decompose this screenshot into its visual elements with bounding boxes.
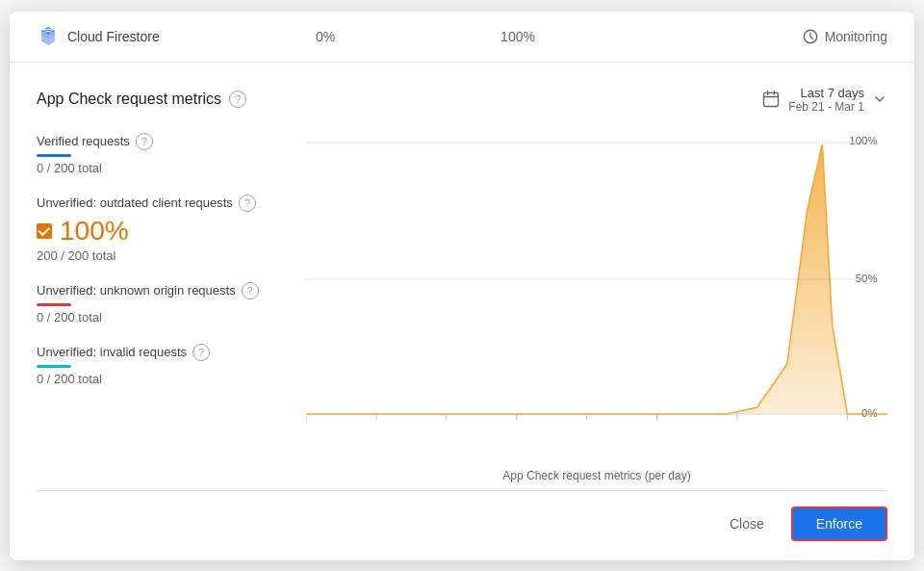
metric-invalid-label: Unverified: invalid requests ?: [37, 344, 291, 361]
svg-rect-1: [764, 92, 779, 106]
metric-verified-value: 0 / 200 total: [37, 161, 291, 175]
metric-outdated-value: 200 / 200 total: [37, 248, 291, 263]
title-help-icon[interactable]: ?: [229, 91, 246, 108]
date-range-selector[interactable]: Last 7 days Feb 21 - Mar 1: [761, 86, 887, 114]
metric-outdated-label: Unverified: outdated client requests ?: [37, 195, 291, 212]
metrics-panel: Verified requests ? 0 / 200 total Unveri…: [37, 133, 306, 490]
pct-0: 0%: [229, 29, 422, 44]
metric-verified-label: Verified requests ?: [37, 133, 291, 150]
date-range-label: Last 7 days: [788, 86, 864, 100]
monitoring: Monitoring: [614, 28, 887, 45]
calendar-icon: [761, 90, 781, 109]
monitoring-label: Monitoring: [825, 29, 887, 44]
metric-unknown: Unverified: unknown origin requests ? 0 …: [37, 282, 291, 324]
checkbox-outdated[interactable]: [37, 223, 52, 239]
metric-unknown-label: Unverified: unknown origin requests ?: [37, 282, 291, 299]
metric-unknown-value: 0 / 200 total: [37, 310, 291, 324]
metric-invalid-value: 0 / 200 total: [37, 372, 291, 386]
service-name: Cloud Firestore: [67, 29, 160, 44]
date-range-sub: Feb 21 - Mar 1: [788, 100, 864, 114]
metric-unknown-help-icon[interactable]: ?: [242, 282, 259, 299]
section-title: App Check request metrics ?: [37, 91, 246, 108]
metric-invalid: Unverified: invalid requests ? 0 / 200 t…: [37, 344, 291, 386]
metric-invalid-help-icon[interactable]: ?: [192, 344, 210, 361]
chart-x-label: App Check request metrics (per day): [306, 469, 887, 490]
service-info: Cloud Firestore: [37, 25, 229, 48]
chart-area: Verified requests ? 0 / 200 total Unveri…: [37, 133, 887, 490]
svg-text:0%: 0%: [861, 407, 878, 419]
metric-verified-line: [37, 154, 71, 157]
svg-text:100%: 100%: [849, 135, 877, 146]
metric-verified: Verified requests ? 0 / 200 total: [37, 133, 291, 175]
firestore-icon: [37, 25, 60, 48]
pct-100: 100%: [422, 29, 614, 44]
metric-verified-help-icon[interactable]: ?: [136, 133, 153, 150]
enforce-button[interactable]: Enforce: [791, 506, 887, 541]
main-content: App Check request metrics ? Last 7 days …: [10, 63, 914, 490]
chart-panel: 100% 50% 0%: [306, 133, 887, 490]
section-title-text: App Check request metrics: [37, 91, 221, 108]
chevron-down-icon: [872, 91, 887, 107]
chart-svg: 100% 50% 0%: [306, 133, 887, 422]
chart-svg-container: 100% 50% 0%: [306, 133, 887, 465]
clock-icon: [802, 28, 819, 45]
close-button[interactable]: Close: [714, 508, 780, 539]
date-range-text: Last 7 days Feb 21 - Mar 1: [788, 86, 864, 114]
section-header: App Check request metrics ? Last 7 days …: [37, 86, 887, 114]
metric-outdated: Unverified: outdated client requests ? 1…: [37, 195, 291, 263]
dialog: Cloud Firestore 0% 100% Monitoring App C…: [10, 12, 914, 560]
metric-invalid-line: [37, 365, 71, 368]
footer: Close Enforce: [10, 491, 914, 560]
metric-unknown-line: [37, 303, 71, 306]
metric-outdated-value-large: 100%: [37, 216, 291, 247]
svg-text:50%: 50%: [856, 273, 878, 284]
metric-outdated-help-icon[interactable]: ?: [239, 195, 256, 212]
top-bar: Cloud Firestore 0% 100% Monitoring: [10, 12, 914, 63]
